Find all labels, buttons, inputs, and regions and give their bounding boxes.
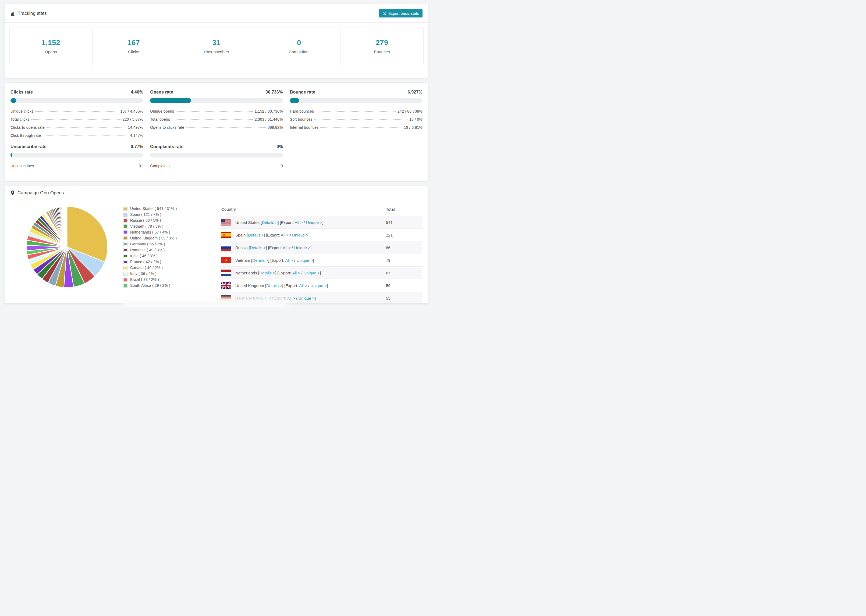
table-row-united-kingdom: United Kingdom [Details >] [Export: All … bbox=[220, 279, 422, 292]
country-cell-text: Spain [Details >] [Export: All > / Uniqu… bbox=[235, 233, 310, 237]
dotted-leader bbox=[43, 135, 128, 136]
export-all-link-russia[interactable]: All > bbox=[283, 245, 291, 250]
export-all-link-germany[interactable]: All > bbox=[287, 296, 295, 300]
rate-title: Clicks rate bbox=[11, 90, 33, 94]
legend-label: France ( 42 / 2% ) bbox=[130, 259, 161, 264]
dotted-leader bbox=[31, 119, 120, 120]
clicks-rate: Clicks rate4.46%Unique clicks167 / 4.456… bbox=[11, 90, 143, 140]
legend-swatch bbox=[123, 230, 128, 234]
legend-swatch bbox=[123, 236, 128, 240]
geo-table: CountryTotal United States [Details >] [… bbox=[220, 203, 422, 303]
legend-label: Vietnam ( 79 / 5% ) bbox=[130, 224, 163, 228]
summary-value: 279 bbox=[376, 39, 388, 47]
tracking-stats-card: Tracking stats Export basic stats 1,152O… bbox=[4, 4, 429, 78]
rate-row-value: 14.497% bbox=[128, 125, 143, 130]
legend-item-united-states: United States ( 541 / 31% ) bbox=[123, 206, 209, 211]
details-link-united-states[interactable]: Details > bbox=[262, 220, 277, 225]
rate-title: Opens rate bbox=[150, 90, 173, 94]
export-icon bbox=[383, 11, 386, 15]
export-unique-link-united-states[interactable]: Unique > bbox=[306, 220, 322, 225]
geo-body: United States ( 541 / 31% )Spain ( 121 /… bbox=[5, 200, 428, 303]
rate-row-internal-bounces: Internal bounces19 / 6.81% bbox=[290, 123, 422, 131]
rate-row-value: 220 / 5.87% bbox=[122, 117, 143, 121]
legend-item-south-africa: South Africa ( 29 / 2% ) bbox=[123, 283, 209, 288]
export-unique-link-united-kingdom[interactable]: Unique > bbox=[310, 283, 326, 288]
total-cell: 121 bbox=[384, 229, 422, 241]
legend-item-india: India ( 46 / 3% ) bbox=[123, 254, 209, 258]
legend-label: India ( 46 / 3% ) bbox=[130, 254, 157, 258]
export-button-label: Export basic stats bbox=[388, 11, 419, 16]
geo-opens-table: CountryTotal United States [Details >] [… bbox=[220, 203, 422, 303]
pie-legend: United States ( 541 / 31% )Spain ( 121 /… bbox=[123, 206, 209, 303]
rate-row-value: 19 / 6.81% bbox=[404, 125, 422, 130]
germany-flag-icon bbox=[221, 295, 231, 301]
rate-row-unique-clicks: Unique clicks167 / 4.456% bbox=[11, 107, 143, 115]
details-link-germany[interactable]: Details > bbox=[254, 296, 270, 300]
legend-swatch bbox=[123, 242, 128, 246]
legend-item-romania: Romania ( 49 / 3% ) bbox=[123, 248, 209, 252]
export-all-link-spain[interactable]: All > bbox=[281, 233, 289, 237]
summary-value: 0 bbox=[297, 39, 301, 47]
rate-row-label: Soft bounces bbox=[290, 117, 313, 121]
export-all-link-united-states[interactable]: All > bbox=[295, 220, 303, 225]
opens-rate: Opens rate30.736%Unique opens1,152 / 30.… bbox=[150, 90, 283, 140]
summary-label: Clicks bbox=[128, 49, 139, 54]
export-unique-link-vietnam[interactable]: Unique > bbox=[296, 258, 313, 262]
legend-item-netherlands: Netherlands ( 67 / 4% ) bbox=[123, 230, 209, 234]
details-link-netherlands[interactable]: Details > bbox=[259, 271, 275, 275]
rate-row-value: 1,152 / 30.736% bbox=[255, 109, 283, 113]
bounce-rate: Bounce rate6.927%Hard bounces242 / 86.73… bbox=[290, 90, 422, 140]
details-link-united-kingdom[interactable]: Details > bbox=[266, 283, 282, 288]
vietnam-flag-icon bbox=[221, 257, 231, 263]
details-link-russia[interactable]: Details > bbox=[250, 245, 266, 250]
progress-fill bbox=[11, 152, 12, 157]
legend-swatch bbox=[123, 284, 128, 288]
legend-item-vietnam: Vietnam ( 79 / 5% ) bbox=[123, 224, 209, 228]
total-cell: 59 bbox=[384, 279, 422, 292]
rate-row-value: 4.147% bbox=[130, 133, 143, 138]
export-unique-link-spain[interactable]: Unique > bbox=[292, 233, 308, 237]
rate-row-label: Unique clicks bbox=[11, 109, 33, 113]
rate-row-label: Hard bounces bbox=[290, 109, 314, 113]
rate-row-unique-opens: Unique opens1,152 / 30.736% bbox=[150, 107, 283, 115]
legend-item-canada: Canada ( 40 / 2% ) bbox=[123, 266, 209, 270]
legend-item-spain: Spain ( 121 / 7% ) bbox=[123, 212, 209, 217]
legend-swatch bbox=[123, 212, 128, 217]
export-unique-link-germany[interactable]: Unique > bbox=[298, 296, 314, 300]
export-all-link-netherlands[interactable]: All > bbox=[292, 271, 300, 275]
rate-row-soft-bounces: Soft bounces18 / 0% bbox=[290, 115, 422, 123]
details-link-vietnam[interactable]: Details > bbox=[252, 258, 268, 262]
rate-row-unsubscribes: Unsubscribes31 bbox=[11, 162, 143, 170]
geo-title-text: Campaign Geo Opens bbox=[17, 190, 64, 196]
country-cell-text: Vietnam [Details >] [Export: All > / Uni… bbox=[235, 258, 314, 262]
summary-stat-complaints: 0Complaints bbox=[258, 27, 341, 65]
export-all-link-united-kingdom[interactable]: All > bbox=[299, 283, 307, 288]
rate-title: Unsubscribe rate bbox=[11, 144, 47, 149]
rate-row-total-opens: Total opens2,303 / 61.446% bbox=[150, 115, 283, 123]
russia-flag-icon bbox=[221, 244, 231, 251]
rate-title: Complaints rate bbox=[150, 144, 183, 149]
table-row-netherlands: Netherlands [Details >] [Export: All > /… bbox=[220, 267, 422, 279]
export-basic-stats-button[interactable]: Export basic stats bbox=[379, 9, 422, 17]
export-unique-link-netherlands[interactable]: Unique > bbox=[304, 271, 320, 275]
legend-label: Romania ( 49 / 3% ) bbox=[130, 248, 165, 252]
tracking-stats-title-text: Tracking stats bbox=[18, 11, 47, 16]
table-header-country: Country bbox=[220, 203, 384, 216]
summary-stat-bounces: 279Bounces bbox=[340, 27, 423, 65]
rate-row-value: 2,303 / 61.446% bbox=[255, 117, 283, 121]
rate-row-label: Opens to clicks rate bbox=[150, 125, 184, 130]
rate-percent: 4.46% bbox=[131, 90, 143, 94]
map-pin-icon bbox=[11, 190, 15, 196]
rate-row-value: 31 bbox=[139, 164, 143, 168]
legend-label: Netherlands ( 67 / 4% ) bbox=[130, 230, 170, 234]
details-link-spain[interactable]: Details > bbox=[248, 233, 264, 237]
rate-row-label: Internal bounces bbox=[290, 125, 319, 130]
export-all-link-vietnam[interactable]: All > bbox=[285, 258, 293, 262]
total-cell: 67 bbox=[384, 267, 422, 279]
export-unique-link-russia[interactable]: Unique > bbox=[294, 245, 310, 250]
table-row-vietnam: Vietnam [Details >] [Export: All > / Uni… bbox=[220, 254, 422, 267]
legend-swatch bbox=[123, 218, 128, 223]
rates-grid: Clicks rate4.46%Unique clicks167 / 4.456… bbox=[11, 90, 422, 170]
summary-label: Complaints bbox=[289, 49, 310, 54]
dotted-leader bbox=[36, 166, 137, 167]
